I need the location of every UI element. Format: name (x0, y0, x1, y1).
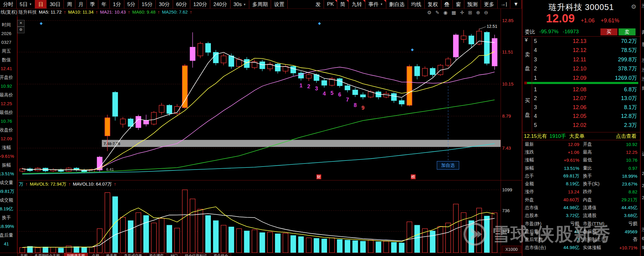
ma-label: ↑ (190, 9, 192, 15)
stats-grid: 最新12.09开盘10.92涨跌+1.06最高12.25涨幅+9.61%最低10… (522, 140, 640, 251)
toolbar-button[interactable]: 5分 (124, 0, 139, 8)
volume-bars (20, 190, 497, 253)
orderbook-buy-row[interactable]: 212.0713.0万 (532, 94, 640, 103)
toolbar-button[interactable]: 删自选 (386, 0, 408, 8)
chevron-down-icon: ▼ (29, 3, 32, 6)
tooltip-row: 10.92 (0, 83, 17, 89)
gear-icon[interactable]: ⚙ (631, 3, 636, 10)
stat-label: 总股本 (522, 213, 551, 219)
stat-label: 量比 (579, 165, 610, 171)
indicator-tab[interactable]: 资金持仓 (211, 253, 231, 256)
toolbar-button[interactable]: 叠 (441, 0, 453, 8)
toolbar-button[interactable]: 60分 (173, 0, 190, 8)
tooltip-row: 12.41 (0, 66, 17, 72)
add-watchlist-button[interactable]: 加自选 (437, 161, 459, 170)
grid-icon[interactable]: ▦ (452, 10, 456, 15)
toolbar-button[interactable]: 均线 (408, 0, 425, 8)
orderbook-sell-row[interactable]: 112.091269.0万 (532, 73, 640, 83)
eye-icon[interactable]: ◉ (443, 10, 448, 15)
stat-label: 最新 (522, 141, 551, 147)
toolbar-button[interactable]: 分时 (0, 0, 17, 8)
tooltip-row: 成交额 (0, 197, 17, 203)
indicator-tab[interactable]: 盘后成交量 (121, 253, 145, 256)
toolbar-button[interactable]: 240分 (210, 0, 230, 8)
indicator-tab[interactable]: 持仓信息标记 (182, 253, 210, 256)
orderbook-sell-row[interactable]: 512.1370.2万 (532, 37, 640, 46)
toolbar-button[interactable]: 多周期 (249, 0, 271, 8)
orderbook-sell-row[interactable]: 212.10378.7万 (532, 64, 640, 73)
toolbar-button[interactable]: 月 (75, 0, 87, 8)
volume-chart[interactable] (17, 181, 501, 253)
toolbar-button[interactable]: 设置 (271, 0, 288, 8)
price-tick-label: 11.51 (502, 49, 513, 54)
toolbar-button[interactable]: 简 (337, 0, 349, 8)
zoom-in-icon[interactable]: ⊕ (476, 10, 480, 15)
indicator-tab[interactable]: 多周期组合主图 (31, 253, 63, 256)
event-markers: ◆◆◆ (40, 21, 414, 52)
orderbook-buy-row[interactable]: 312.068.1万 (532, 103, 640, 112)
orderbook-level: 1 (534, 73, 537, 83)
indicator-tab[interactable]: 换手率 (103, 253, 120, 256)
sell-button[interactable]: 卖 (619, 28, 636, 35)
indicator-tab[interactable]: 缺口 (168, 253, 181, 256)
orderbook-sell-row[interactable]: 412.1278.5万 (532, 46, 640, 55)
gear-icon[interactable]: ⚙ (17, 27, 25, 33)
stat-label: 盘后笔数 (522, 237, 551, 242)
event-badge[interactable]: 榜 (411, 174, 416, 179)
toolbar-button[interactable]: 更多 (481, 0, 498, 8)
tooltip-row: 振幅 (0, 162, 17, 168)
ma-label: MA250: 7.62 (162, 9, 188, 15)
toolbar-button[interactable]: PK (324, 0, 337, 8)
svg-text:4: 4 (323, 91, 326, 97)
ma-label: ↑ (96, 9, 98, 15)
toolbar-button[interactable]: 年 (98, 0, 110, 8)
panel-icon[interactable]: ⊞ (468, 10, 472, 15)
close-icon[interactable]: ✕ (17, 20, 25, 27)
orderbook-price: 12.10 (567, 64, 593, 73)
pencil-icon[interactable]: ✎ (435, 10, 439, 15)
move-icon[interactable]: ✛ (460, 10, 464, 15)
toolbar-button[interactable]: 5日▼ (17, 0, 35, 8)
orderbook-price: 12.02 (567, 121, 593, 130)
stat-label: 总手 (522, 173, 551, 179)
toolbar-button[interactable]: 120分 (190, 0, 210, 8)
orderbook-buy-row[interactable]: 512.022.3万 (532, 121, 640, 130)
stock-title: 琏升科技 300051 (522, 2, 640, 13)
alert-view-link[interactable]: 点击查看 (616, 132, 636, 140)
toolbar-button[interactable]: 周 (64, 0, 75, 8)
toolbar-button[interactable]: 预测 (464, 0, 481, 8)
toolbar-button[interactable]: 1分 (110, 0, 124, 8)
toolbar-button[interactable]: 复权 (425, 0, 441, 8)
indicator-tab[interactable]: 资金博弈 (146, 253, 167, 256)
orderbook-buy-row[interactable]: 112.086.8万 (532, 85, 640, 94)
svg-text:7: 7 (346, 97, 349, 103)
jump-icon[interactable]: →| (498, 0, 510, 8)
orderbook-sell-row[interactable]: 312.11299.8万 (532, 55, 640, 64)
ma-label: MA5: 11.72 (39, 9, 62, 15)
toolbar-button[interactable]: 30日 (47, 0, 64, 8)
toolbar-button[interactable]: 15分 (139, 0, 156, 8)
indicator-tabs: 主图多周期组合主图副图选主图金额换手率盘后成交量资金博弈缺口持仓信息标记资金持仓 (17, 253, 231, 256)
toolbar-button[interactable]: 30s▼ (230, 0, 249, 9)
zoom-out-icon[interactable]: ⊖ (484, 10, 488, 15)
indicator-tab[interactable]: 副图选主图 (64, 253, 88, 256)
tooltip-row: 10.76 (0, 118, 17, 124)
gear-icon[interactable]: ⚙ (427, 10, 431, 15)
indicator-tab[interactable]: 金额 (89, 253, 102, 256)
clipped-text: 2 (642, 183, 644, 188)
caret-icon[interactable]: ▼ (510, 0, 522, 8)
toolbar-button[interactable]: 九转 (349, 0, 365, 8)
stat-label: 换手 (579, 173, 610, 179)
toolbar-button[interactable]: 发 (312, 0, 324, 8)
toolbar-button[interactable]: 日 (35, 0, 47, 8)
indicator-tab[interactable]: 主图 (17, 253, 31, 256)
toolbar-button[interactable]: 事件▼ (365, 0, 386, 8)
toolbar-button[interactable]: 30分 (156, 0, 173, 8)
ma-label: MA60: 9.48 (132, 9, 155, 15)
toolbar-button[interactable]: 季 (87, 0, 98, 8)
buy-button[interactable]: 买 (600, 28, 617, 35)
event-badge[interactable]: 财 (316, 174, 321, 179)
orderbook-buy-row[interactable]: 412.0512.8万 (532, 112, 640, 121)
candlestick-chart[interactable]: 7.48-7.78◆◆◆1234567896.4112.51 (17, 15, 501, 180)
toolbar-button[interactable]: 窗 (453, 0, 464, 8)
